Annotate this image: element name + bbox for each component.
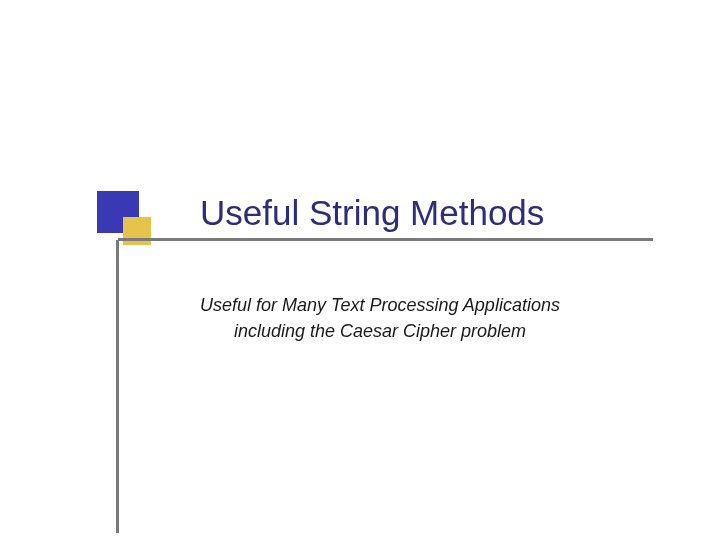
slide-decoration <box>97 191 177 251</box>
slide-title: Useful String Methods <box>200 193 544 233</box>
slide-subtitle: Useful for Many Text Processing Applicat… <box>180 292 580 344</box>
vertical-divider <box>116 240 119 533</box>
subtitle-line-2: including the Caesar Cipher problem <box>234 321 526 341</box>
horizontal-divider <box>118 238 653 241</box>
subtitle-line-1: Useful for Many Text Processing Applicat… <box>200 295 560 315</box>
